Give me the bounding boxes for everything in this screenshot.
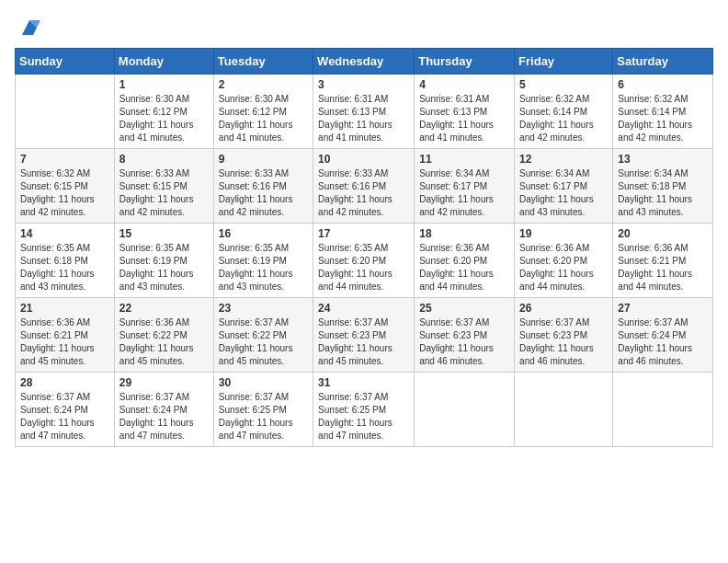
day-number: 1 xyxy=(119,78,209,91)
day-number: 12 xyxy=(519,153,608,166)
calendar-cell: 7Sunrise: 6:32 AMSunset: 6:15 PMDaylight… xyxy=(16,149,115,224)
calendar-cell: 21Sunrise: 6:36 AMSunset: 6:21 PMDayligh… xyxy=(16,298,115,373)
calendar-cell: 4Sunrise: 6:31 AMSunset: 6:13 PMDaylight… xyxy=(415,75,515,149)
day-info: Sunrise: 6:36 AMSunset: 6:21 PMDaylight:… xyxy=(618,242,708,293)
calendar-cell: 27Sunrise: 6:37 AMSunset: 6:24 PMDayligh… xyxy=(613,298,713,373)
calendar-cell: 28Sunrise: 6:37 AMSunset: 6:24 PMDayligh… xyxy=(16,373,115,447)
day-number: 11 xyxy=(419,153,509,166)
calendar-cell: 23Sunrise: 6:37 AMSunset: 6:22 PMDayligh… xyxy=(213,298,313,373)
calendar-cell: 2Sunrise: 6:30 AMSunset: 6:12 PMDaylight… xyxy=(213,75,313,149)
calendar-cell: 19Sunrise: 6:36 AMSunset: 6:20 PMDayligh… xyxy=(515,224,613,298)
calendar-cell: 3Sunrise: 6:31 AMSunset: 6:13 PMDaylight… xyxy=(313,75,415,149)
calendar-cell: 25Sunrise: 6:37 AMSunset: 6:23 PMDayligh… xyxy=(415,298,515,373)
calendar-cell: 1Sunrise: 6:30 AMSunset: 6:12 PMDaylight… xyxy=(114,75,213,149)
day-number: 21 xyxy=(20,302,109,315)
day-info: Sunrise: 6:35 AMSunset: 6:19 PMDaylight:… xyxy=(219,242,308,293)
day-info: Sunrise: 6:35 AMSunset: 6:20 PMDaylight:… xyxy=(318,242,409,293)
calendar-cell xyxy=(515,373,613,447)
day-number: 2 xyxy=(219,78,308,91)
calendar-cell xyxy=(415,373,515,447)
day-info: Sunrise: 6:37 AMSunset: 6:25 PMDaylight:… xyxy=(318,391,409,442)
calendar-cell: 5Sunrise: 6:32 AMSunset: 6:14 PMDaylight… xyxy=(515,75,613,149)
day-number: 30 xyxy=(219,376,308,389)
day-info: Sunrise: 6:32 AMSunset: 6:14 PMDaylight:… xyxy=(618,93,708,144)
calendar-cell: 11Sunrise: 6:34 AMSunset: 6:17 PMDayligh… xyxy=(415,149,515,224)
day-info: Sunrise: 6:37 AMSunset: 6:24 PMDaylight:… xyxy=(20,391,109,442)
day-info: Sunrise: 6:33 AMSunset: 6:16 PMDaylight:… xyxy=(318,167,409,219)
calendar-header-saturday: Saturday xyxy=(613,49,713,75)
day-number: 7 xyxy=(20,153,109,166)
calendar-week-row: 28Sunrise: 6:37 AMSunset: 6:24 PMDayligh… xyxy=(16,373,713,447)
calendar-cell: 16Sunrise: 6:35 AMSunset: 6:19 PMDayligh… xyxy=(213,224,313,298)
calendar-cell: 6Sunrise: 6:32 AMSunset: 6:14 PMDaylight… xyxy=(613,75,713,149)
day-number: 28 xyxy=(20,376,109,389)
calendar-cell: 31Sunrise: 6:37 AMSunset: 6:25 PMDayligh… xyxy=(313,373,415,447)
day-info: Sunrise: 6:30 AMSunset: 6:12 PMDaylight:… xyxy=(219,93,308,144)
calendar-header-wednesday: Wednesday xyxy=(313,49,415,75)
day-info: Sunrise: 6:37 AMSunset: 6:24 PMDaylight:… xyxy=(618,316,708,368)
day-number: 10 xyxy=(318,153,409,166)
day-info: Sunrise: 6:37 AMSunset: 6:23 PMDaylight:… xyxy=(419,316,509,368)
calendar-cell xyxy=(613,373,713,447)
day-number: 23 xyxy=(219,302,308,315)
day-number: 5 xyxy=(519,78,608,91)
calendar-cell: 12Sunrise: 6:34 AMSunset: 6:17 PMDayligh… xyxy=(515,149,613,224)
calendar-cell: 14Sunrise: 6:35 AMSunset: 6:18 PMDayligh… xyxy=(16,224,115,298)
day-info: Sunrise: 6:37 AMSunset: 6:25 PMDaylight:… xyxy=(219,391,308,442)
calendar-week-row: 7Sunrise: 6:32 AMSunset: 6:15 PMDaylight… xyxy=(16,149,713,224)
calendar-cell: 9Sunrise: 6:33 AMSunset: 6:16 PMDaylight… xyxy=(213,149,313,224)
day-info: Sunrise: 6:30 AMSunset: 6:12 PMDaylight:… xyxy=(119,93,209,144)
day-number: 4 xyxy=(419,78,509,91)
calendar-cell: 18Sunrise: 6:36 AMSunset: 6:20 PMDayligh… xyxy=(415,224,515,298)
calendar-cell: 29Sunrise: 6:37 AMSunset: 6:24 PMDayligh… xyxy=(114,373,213,447)
day-info: Sunrise: 6:37 AMSunset: 6:23 PMDaylight:… xyxy=(519,316,608,368)
calendar-cell: 20Sunrise: 6:36 AMSunset: 6:21 PMDayligh… xyxy=(613,224,713,298)
day-number: 8 xyxy=(119,153,209,166)
day-number: 13 xyxy=(618,153,708,166)
day-info: Sunrise: 6:33 AMSunset: 6:15 PMDaylight:… xyxy=(119,167,209,219)
day-info: Sunrise: 6:36 AMSunset: 6:22 PMDaylight:… xyxy=(119,316,209,368)
day-number: 27 xyxy=(618,302,708,315)
day-number: 14 xyxy=(20,227,109,240)
calendar-cell: 22Sunrise: 6:36 AMSunset: 6:22 PMDayligh… xyxy=(114,298,213,373)
logo-icon xyxy=(17,15,42,40)
day-number: 19 xyxy=(519,227,608,240)
day-number: 16 xyxy=(219,227,308,240)
calendar-cell: 24Sunrise: 6:37 AMSunset: 6:23 PMDayligh… xyxy=(313,298,415,373)
calendar-cell: 30Sunrise: 6:37 AMSunset: 6:25 PMDayligh… xyxy=(213,373,313,447)
calendar-cell: 15Sunrise: 6:35 AMSunset: 6:19 PMDayligh… xyxy=(114,224,213,298)
day-info: Sunrise: 6:32 AMSunset: 6:14 PMDaylight:… xyxy=(519,93,608,144)
calendar-header-thursday: Thursday xyxy=(415,49,515,75)
day-number: 26 xyxy=(519,302,608,315)
day-number: 31 xyxy=(318,376,409,389)
calendar-week-row: 21Sunrise: 6:36 AMSunset: 6:21 PMDayligh… xyxy=(16,298,713,373)
calendar-header-tuesday: Tuesday xyxy=(213,49,313,75)
logo xyxy=(15,15,42,40)
calendar-header-row: SundayMondayTuesdayWednesdayThursdayFrid… xyxy=(16,49,713,75)
day-info: Sunrise: 6:36 AMSunset: 6:20 PMDaylight:… xyxy=(519,242,608,293)
day-number: 18 xyxy=(419,227,509,240)
calendar-header-sunday: Sunday xyxy=(16,49,115,75)
day-number: 9 xyxy=(219,153,308,166)
calendar-cell: 13Sunrise: 6:34 AMSunset: 6:18 PMDayligh… xyxy=(613,149,713,224)
day-info: Sunrise: 6:34 AMSunset: 6:18 PMDaylight:… xyxy=(618,167,708,219)
day-number: 20 xyxy=(618,227,708,240)
day-info: Sunrise: 6:33 AMSunset: 6:16 PMDaylight:… xyxy=(219,167,308,219)
page-header xyxy=(15,15,713,40)
day-info: Sunrise: 6:36 AMSunset: 6:21 PMDaylight:… xyxy=(20,316,109,368)
day-number: 29 xyxy=(119,376,209,389)
day-number: 24 xyxy=(318,302,409,315)
day-info: Sunrise: 6:37 AMSunset: 6:23 PMDaylight:… xyxy=(318,316,409,368)
day-number: 22 xyxy=(119,302,209,315)
day-info: Sunrise: 6:37 AMSunset: 6:24 PMDaylight:… xyxy=(119,391,209,442)
calendar-header-friday: Friday xyxy=(515,49,613,75)
day-info: Sunrise: 6:34 AMSunset: 6:17 PMDaylight:… xyxy=(419,167,509,219)
calendar-cell: 8Sunrise: 6:33 AMSunset: 6:15 PMDaylight… xyxy=(114,149,213,224)
calendar-header-monday: Monday xyxy=(114,49,213,75)
calendar-table: SundayMondayTuesdayWednesdayThursdayFrid… xyxy=(15,48,713,447)
calendar-cell xyxy=(16,75,115,149)
day-number: 6 xyxy=(618,78,708,91)
calendar-week-row: 1Sunrise: 6:30 AMSunset: 6:12 PMDaylight… xyxy=(16,75,713,149)
calendar-cell: 10Sunrise: 6:33 AMSunset: 6:16 PMDayligh… xyxy=(313,149,415,224)
calendar-cell: 26Sunrise: 6:37 AMSunset: 6:23 PMDayligh… xyxy=(515,298,613,373)
